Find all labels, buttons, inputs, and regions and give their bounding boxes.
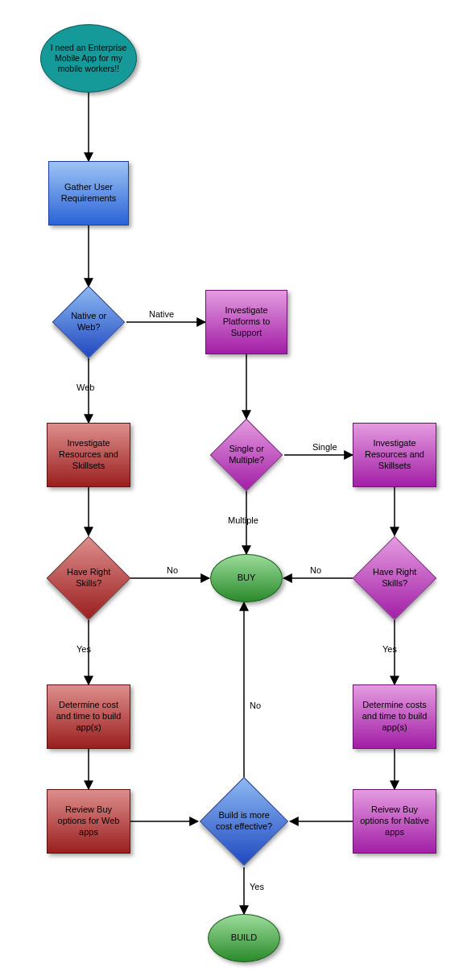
investigate-platforms-text: Investigate Platforms to Support [211, 305, 282, 338]
cost-native-node: Determine costs and time to build app(s) [353, 684, 436, 749]
edge-label-no-web: No [167, 565, 178, 575]
edge-label-single: Single [312, 442, 337, 452]
cost-web-text: Determine cost and time to build app(s) [52, 700, 125, 733]
edge-label-no-native: No [310, 565, 321, 575]
edge-label-yes-cost: Yes [250, 882, 264, 891]
native-or-web-node: Native or Web? [52, 286, 126, 359]
skills-web-text: Have Right Skills? [60, 567, 118, 589]
edge-label-native: Native [149, 309, 174, 319]
edge-label-no-cost: No [250, 701, 261, 710]
single-or-multiple-text: Single or Multiple? [221, 444, 271, 466]
native-or-web-text: Native or Web? [64, 311, 114, 333]
cost-effective-node: Build is more cost effective? [200, 777, 288, 866]
skills-web-node: Have Right Skills? [47, 536, 131, 621]
review-web-text: Review Buy options for Web apps [52, 804, 125, 837]
edge-label-web: Web [76, 382, 94, 392]
gather-node: Gather User Requirements [48, 161, 129, 225]
cost-native-text: Determine costs and time to build app(s) [358, 700, 431, 733]
review-native-node: Reivew Buy options for Native apps [353, 789, 436, 854]
build-text: BUILD [231, 932, 257, 944]
buy-node: BUY [210, 554, 283, 602]
build-node: BUILD [208, 914, 280, 962]
investigate-resources-web-text: Investigate Resources and Skillsets [52, 438, 125, 471]
start-node: I need an Enterprise Mobile App for my m… [40, 24, 137, 93]
start-text: I need an Enterprise Mobile App for my m… [46, 43, 131, 74]
flowchart-canvas: I need an Enterprise Mobile App for my m… [0, 0, 467, 980]
investigate-platforms-node: Investigate Platforms to Support [205, 290, 287, 354]
skills-native-node: Have Right Skills? [353, 536, 437, 621]
cost-web-node: Determine cost and time to build app(s) [47, 684, 130, 749]
edge-label-yes-web: Yes [76, 644, 91, 654]
review-web-node: Review Buy options for Web apps [47, 789, 130, 854]
buy-text: BUY [238, 573, 256, 584]
skills-native-text: Have Right Skills? [366, 567, 424, 589]
edge-label-multiple: Multiple [228, 515, 258, 525]
gather-text: Gather User Requirements [54, 182, 123, 205]
investigate-resources-native-text: Investigate Resources and Skillsets [358, 438, 431, 471]
edge-label-yes-native: Yes [382, 644, 397, 654]
review-native-text: Reivew Buy options for Native apps [358, 804, 431, 837]
investigate-resources-web-node: Investigate Resources and Skillsets [47, 423, 130, 487]
cost-effective-text: Build is more cost effective? [213, 810, 275, 833]
investigate-resources-native-node: Investigate Resources and Skillsets [353, 423, 436, 487]
single-or-multiple-node: Single or Multiple? [210, 419, 283, 492]
